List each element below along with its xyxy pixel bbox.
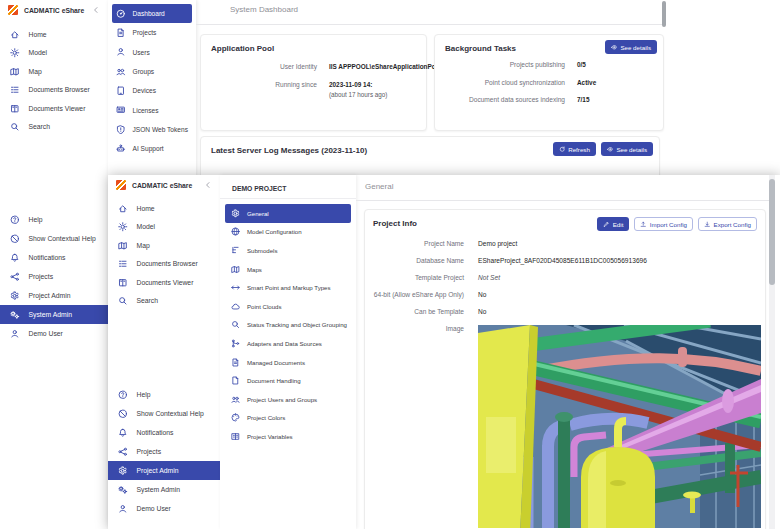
sidebar-item-projects[interactable]: Projects xyxy=(108,442,220,461)
application-pool-card: Application Pool User Identity IIS APPPO… xyxy=(200,34,427,131)
page-icon xyxy=(231,376,240,385)
collapse-sidebar-icon[interactable] xyxy=(92,6,100,14)
sidebar-item-map[interactable]: Map xyxy=(0,62,108,81)
download-icon xyxy=(704,221,711,228)
sidebar-item-project-admin[interactable]: Project Admin xyxy=(108,461,220,480)
nav-label: Demo User xyxy=(137,505,171,512)
gear-icon xyxy=(10,291,20,301)
map-icon xyxy=(231,265,240,274)
sidebar-item-model[interactable]: Model xyxy=(0,44,108,63)
field-value: Not Set xyxy=(478,274,500,282)
nav-label: Documents Browser xyxy=(137,260,198,267)
doc-viewer-icon xyxy=(10,104,20,114)
bot-icon xyxy=(116,144,126,154)
sidebar-item-help[interactable]: Help xyxy=(0,210,108,229)
project-menu-item-general[interactable]: General xyxy=(225,204,351,223)
sidebar-item-home[interactable]: Home xyxy=(0,25,108,44)
gear-icon xyxy=(231,209,240,218)
sidebar-item-documents-viewer[interactable]: Documents Viewer xyxy=(108,273,220,292)
sidebar-nav: Home Model Map Documents Browser Documen… xyxy=(0,25,108,136)
sidebar-item-demo-user[interactable]: Demo User xyxy=(0,324,108,343)
admin-menu-item-groups[interactable]: Groups xyxy=(108,62,196,81)
project-menu-item-smart-point-and-markup-types[interactable]: Smart Point and Markup Types xyxy=(220,278,356,297)
project-menu-item-document-handling[interactable]: Document Handling xyxy=(220,371,356,390)
admin-menu-item-users[interactable]: Users xyxy=(108,43,196,62)
project-menu: General Model Configuration Submodels Ma… xyxy=(220,199,356,446)
nav-label: Project Admin xyxy=(29,292,71,299)
gear-icon xyxy=(118,466,128,476)
bell-icon xyxy=(118,428,128,438)
sidebar-item-notifications[interactable]: Notifications xyxy=(108,423,220,442)
refresh-button[interactable]: Refresh xyxy=(553,142,596,156)
admin-menu-item-json-web-tokens[interactable]: JSON Web Tokens xyxy=(108,120,196,139)
project-menu-item-maps[interactable]: Maps xyxy=(220,260,356,279)
admin-menu-item-ai-support[interactable]: AI Support xyxy=(108,139,196,158)
globe-icon xyxy=(231,227,240,236)
sidebar-item-model[interactable]: Model xyxy=(108,218,220,237)
field-user-identity: User Identity IIS APPPOOL\eShareApplicat… xyxy=(209,63,420,71)
model-icon xyxy=(118,222,128,232)
sidebar-item-documents-browser[interactable]: Documents Browser xyxy=(0,81,108,100)
app-brand: CADMATIC eShare xyxy=(132,182,204,189)
w2-scrollbar-thumb[interactable] xyxy=(769,179,775,285)
sidebar-item-search[interactable]: Search xyxy=(0,118,108,137)
project-menu-item-adapters-and-data-sources[interactable]: Adapters and Data Sources xyxy=(220,334,356,353)
people-icon xyxy=(231,395,240,404)
sidebar-item-system-admin[interactable]: System Admin xyxy=(108,480,220,499)
sidebar-item-project-admin[interactable]: Project Admin xyxy=(0,286,108,305)
menu-label: Model Configuration xyxy=(247,228,302,235)
page-title: General xyxy=(365,182,393,191)
search-icon xyxy=(10,122,20,132)
nav-label: Projects xyxy=(29,273,54,280)
contextual-help-icon xyxy=(10,234,20,244)
app-header: CADMATIC eShare xyxy=(0,0,108,20)
sidebar-item-documents-browser[interactable]: Documents Browser xyxy=(108,255,220,274)
project-menu-item-managed-documents[interactable]: Managed Documents xyxy=(220,353,356,372)
nav-label: Home xyxy=(29,31,47,38)
project-menu-item-project-colors[interactable]: Project Colors xyxy=(220,409,356,428)
project-menu-item-project-users-and-groups[interactable]: Project Users and Groups xyxy=(220,390,356,409)
vars-icon xyxy=(231,432,240,441)
sidebar-item-help[interactable]: Help xyxy=(108,385,220,404)
sidebar-item-home[interactable]: Home xyxy=(108,199,220,218)
nav-label: Help xyxy=(29,216,43,223)
menu-label: Users xyxy=(133,49,150,56)
shield-icon xyxy=(116,125,126,135)
nav-label: Demo User xyxy=(29,330,63,337)
admin-menu-item-devices[interactable]: Devices xyxy=(108,81,196,100)
edit-button[interactable]: Edit xyxy=(597,217,629,231)
nav-label: Notifications xyxy=(137,429,174,436)
project-menu-item-model-configuration[interactable]: Model Configuration xyxy=(220,223,356,242)
export-config-button[interactable]: Export Config xyxy=(698,217,757,231)
see-details-button[interactable]: See details xyxy=(601,142,653,156)
sidebar-item-demo-user[interactable]: Demo User xyxy=(108,499,220,518)
w1-scrollbar-thumb[interactable] xyxy=(662,1,666,27)
sidebar-item-search[interactable]: Search xyxy=(108,292,220,311)
person-icon xyxy=(116,47,126,57)
sidebar-item-show-contextual-help[interactable]: Show Contextual Help xyxy=(0,229,108,248)
admin-menu-item-licenses[interactable]: Licenses xyxy=(108,100,196,119)
sidebar-item-notifications[interactable]: Notifications xyxy=(0,248,108,267)
import-config-button[interactable]: Import Config xyxy=(634,217,693,231)
branch-icon xyxy=(231,339,240,348)
project-menu-item-point-clouds[interactable]: Point Clouds xyxy=(220,297,356,316)
gears-icon xyxy=(10,310,20,320)
eye-icon xyxy=(607,146,614,153)
menu-label: Licenses xyxy=(133,107,159,114)
project-menu-item-submodels[interactable]: Submodels xyxy=(220,241,356,260)
sidebar-item-map[interactable]: Map xyxy=(108,236,220,255)
collapse-sidebar-icon[interactable] xyxy=(204,181,212,189)
pages-icon xyxy=(231,358,240,367)
sidebar-item-system-admin[interactable]: System Admin xyxy=(0,305,108,324)
nav-label: Show Contextual Help xyxy=(137,410,204,417)
sidebar-item-projects[interactable]: Projects xyxy=(0,267,108,286)
project-menu-item-project-variables[interactable]: Project Variables xyxy=(220,427,356,446)
nav-label: Projects xyxy=(137,448,162,455)
sidebar-item-show-contextual-help[interactable]: Show Contextual Help xyxy=(108,404,220,423)
see-details-button[interactable]: See details xyxy=(605,40,657,54)
admin-menu-item-dashboard[interactable]: Dashboard xyxy=(112,4,192,23)
bell-icon xyxy=(10,253,20,263)
admin-menu-item-projects[interactable]: Projects xyxy=(108,23,196,42)
project-menu-item-status-tracking-and-object-grouping[interactable]: Status Tracking and Object Grouping xyxy=(220,316,356,335)
sidebar-item-documents-viewer[interactable]: Documents Viewer xyxy=(0,99,108,118)
